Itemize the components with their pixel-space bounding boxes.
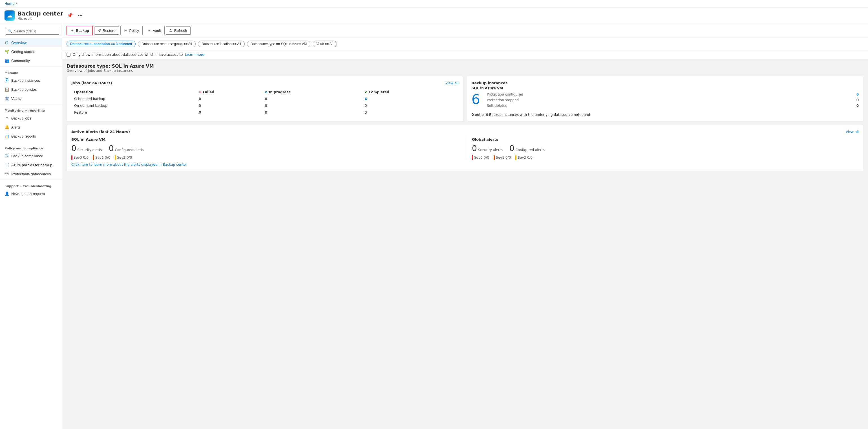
policy-plus-icon: ＋ bbox=[124, 28, 128, 33]
job-completed[interactable]: 6 bbox=[363, 96, 458, 102]
sidebar-item-community[interactable]: 👥 Community bbox=[0, 56, 62, 65]
sql-alerts-title: SQL in Azure VM bbox=[71, 137, 458, 142]
global-configured-big: 0 bbox=[509, 144, 515, 153]
failed-icon: ✕ bbox=[199, 90, 202, 94]
sev-value: 0/0 bbox=[484, 156, 489, 159]
learn-more-link[interactable]: Learn more. bbox=[185, 53, 205, 57]
pin-icon[interactable]: 📌 bbox=[66, 12, 74, 19]
bi-stat-link[interactable]: 6 bbox=[857, 92, 859, 96]
sev-label: Sev0 bbox=[474, 156, 483, 159]
filter-resource-group-label: Datasource resource group == All bbox=[142, 42, 192, 46]
sev-bar bbox=[515, 155, 517, 160]
job-inprogress: 0 bbox=[263, 110, 362, 116]
job-inprogress: 0 bbox=[263, 102, 362, 109]
filter-vault-label: Vault == All bbox=[316, 42, 333, 46]
global-security-big: 0 bbox=[472, 144, 477, 153]
datasource-title: Datasource type: SQL in Azure VM bbox=[66, 63, 864, 69]
refresh-button[interactable]: ↻ Refresh bbox=[166, 27, 191, 35]
global-security-label: Security alerts bbox=[478, 148, 503, 152]
sidebar-item-protectable[interactable]: 🗃 Protectable datasources bbox=[0, 170, 62, 178]
alerts-icon: 🔔 bbox=[4, 125, 9, 129]
filter-resource-group[interactable]: Datasource resource group == All bbox=[138, 40, 196, 48]
sev-bar bbox=[71, 155, 72, 160]
bi-footer-description: Backup instances with the underlying dat… bbox=[489, 113, 590, 117]
sidebar-label-vaults: Vaults bbox=[11, 96, 21, 101]
filter-datasource-type[interactable]: Datasource type == SQL in Azure VM bbox=[247, 40, 311, 48]
global-configured-label: Configured alerts bbox=[515, 148, 545, 152]
filter-datasource-type-label: Datasource type == SQL in Azure VM bbox=[251, 42, 307, 46]
sidebar-item-backup-jobs[interactable]: ≡ Backup jobs bbox=[0, 114, 62, 123]
col-operation: Operation bbox=[72, 89, 196, 95]
sidebar-item-overview[interactable]: ⬡ Overview bbox=[0, 38, 62, 47]
support-section-label: Support + troubleshooting bbox=[0, 181, 62, 189]
azure-policies-icon: 📄 bbox=[4, 163, 9, 167]
job-operation: Restore bbox=[72, 110, 196, 116]
filter-subscription[interactable]: Datasource subscription == 3 selected bbox=[66, 40, 135, 48]
sev-value: 0/0 bbox=[527, 156, 532, 159]
home-breadcrumb[interactable]: Home bbox=[4, 2, 14, 6]
restore-button-label: Restore bbox=[103, 28, 116, 33]
access-filter-checkbox[interactable] bbox=[66, 53, 70, 57]
sev-value: 0/0 bbox=[505, 156, 511, 159]
learn-alerts-link[interactable]: Click here to learn more about the alert… bbox=[71, 163, 859, 166]
sql-security-big: 0 bbox=[71, 144, 76, 153]
alerts-view-all-link[interactable]: View all bbox=[846, 130, 859, 134]
app-title-block: Backup center Microsoft bbox=[18, 10, 63, 21]
search-input[interactable] bbox=[14, 29, 56, 33]
sidebar-item-new-support[interactable]: 👤 New support request bbox=[0, 189, 62, 198]
bi-stat-row: Protection stopped0 bbox=[487, 98, 859, 102]
sidebar-item-backup-compliance[interactable]: 🛡 Backup compliance bbox=[0, 151, 62, 160]
sidebar-item-vaults[interactable]: 🏦 Vaults bbox=[0, 94, 62, 103]
app-title: Backup center bbox=[18, 10, 63, 17]
bi-stat-row: Soft deleted0 bbox=[487, 104, 859, 108]
sidebar-label-getting-started: Getting started bbox=[11, 50, 35, 54]
sidebar-item-alerts[interactable]: 🔔 Alerts bbox=[0, 123, 62, 132]
sev-bar bbox=[93, 155, 94, 160]
sev-label: Sev1 bbox=[496, 156, 504, 159]
community-icon: 👥 bbox=[4, 58, 9, 63]
sev-label: Sev1 bbox=[95, 156, 104, 159]
sidebar-item-azure-policies[interactable]: 📄 Azure policies for backup bbox=[0, 160, 62, 170]
sev-item-global: Sev0 0/0 bbox=[472, 155, 489, 160]
backup-button-label: Backup bbox=[76, 28, 89, 33]
sev-label: Sev2 bbox=[117, 156, 125, 159]
job-completed: 0 bbox=[363, 110, 458, 116]
sidebar-item-getting-started[interactable]: 🌱 Getting started bbox=[0, 47, 62, 56]
app-subtitle: Microsoft bbox=[18, 17, 63, 21]
filter-location[interactable]: Datasource location == All bbox=[198, 40, 244, 48]
monitoring-section-label: Monitoring + reporting bbox=[0, 105, 62, 114]
global-alerts-title: Global alerts bbox=[472, 137, 859, 142]
policy-button[interactable]: ＋ Policy bbox=[120, 26, 143, 35]
bi-stat-row: Protection configured6 bbox=[487, 92, 859, 96]
sidebar-label-alerts: Alerts bbox=[11, 125, 21, 129]
bi-big-number: 6 bbox=[472, 92, 480, 106]
global-configured-count: 0 Configured alerts bbox=[509, 144, 545, 153]
overview-icon: ⬡ bbox=[4, 40, 9, 45]
jobs-view-all-link[interactable]: View all bbox=[445, 81, 458, 85]
sev-item-sql: Sev1 0/0 bbox=[93, 155, 110, 160]
sidebar-label-backup-reports: Backup reports bbox=[11, 134, 36, 139]
filter-vault[interactable]: Vault == All bbox=[313, 40, 337, 48]
sidebar-item-backup-instances[interactable]: 🗄 Backup instances bbox=[0, 76, 62, 85]
backup-reports-icon: 📊 bbox=[4, 134, 9, 139]
more-icon[interactable]: ••• bbox=[77, 12, 84, 19]
manage-section-label: Manage bbox=[0, 68, 62, 76]
sidebar-item-backup-reports[interactable]: 📊 Backup reports bbox=[0, 132, 62, 141]
filter-location-label: Datasource location == All bbox=[202, 42, 241, 46]
search-icon: 🔍 bbox=[8, 29, 12, 33]
restore-icon: ↺ bbox=[98, 28, 101, 33]
backup-button[interactable]: ＋ Backup bbox=[66, 26, 93, 35]
restore-button[interactable]: ↺ Restore bbox=[94, 27, 119, 35]
vault-button[interactable]: ＋ Vault bbox=[144, 26, 165, 35]
jobs-card-title: Jobs (last 24 Hours) bbox=[71, 81, 112, 85]
sev-item-global: Sev1 0/0 bbox=[494, 155, 511, 160]
sev-label: Sev0 bbox=[73, 156, 82, 159]
sev-value: 0/0 bbox=[127, 156, 132, 159]
getting-started-icon: 🌱 bbox=[4, 49, 9, 54]
col-completed: ✔ Completed bbox=[363, 89, 458, 95]
policy-button-label: Policy bbox=[129, 28, 139, 33]
job-inprogress: 0 bbox=[263, 96, 362, 102]
sev-bar bbox=[472, 155, 473, 160]
sidebar-item-backup-policies[interactable]: 📋 Backup policies bbox=[0, 85, 62, 94]
sidebar-label-overview: Overview bbox=[11, 40, 27, 45]
